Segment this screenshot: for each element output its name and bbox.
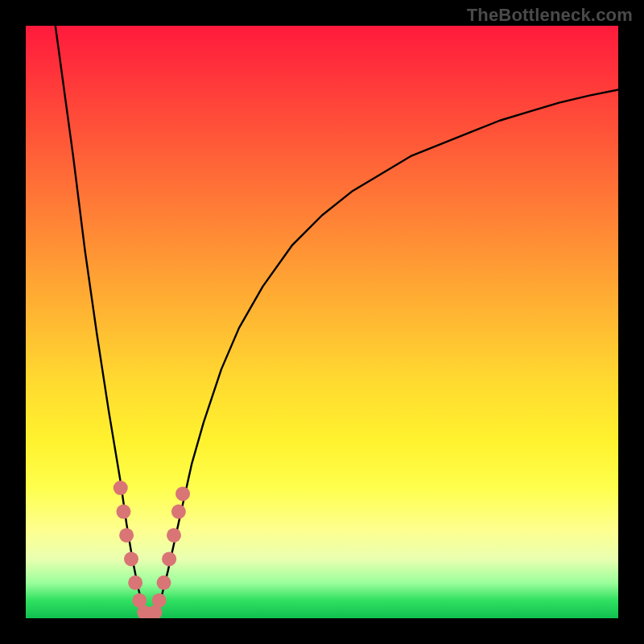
- watermark-text: TheBottleneck.com: [467, 5, 633, 26]
- marker-group: [114, 481, 190, 618]
- data-marker: [175, 486, 190, 501]
- data-marker: [156, 576, 171, 590]
- data-marker: [124, 551, 138, 566]
- data-marker: [114, 481, 128, 495]
- plot-area: [26, 26, 618, 618]
- data-marker: [119, 528, 134, 543]
- data-marker: [162, 551, 176, 566]
- chart-frame: TheBottleneck.com: [0, 0, 644, 644]
- bottleneck-curve: [56, 26, 618, 618]
- curve-svg: [26, 26, 618, 618]
- data-marker: [152, 593, 167, 608]
- data-marker: [167, 528, 181, 543]
- data-marker: [116, 505, 130, 519]
- data-marker: [128, 576, 142, 590]
- data-marker: [171, 505, 186, 519]
